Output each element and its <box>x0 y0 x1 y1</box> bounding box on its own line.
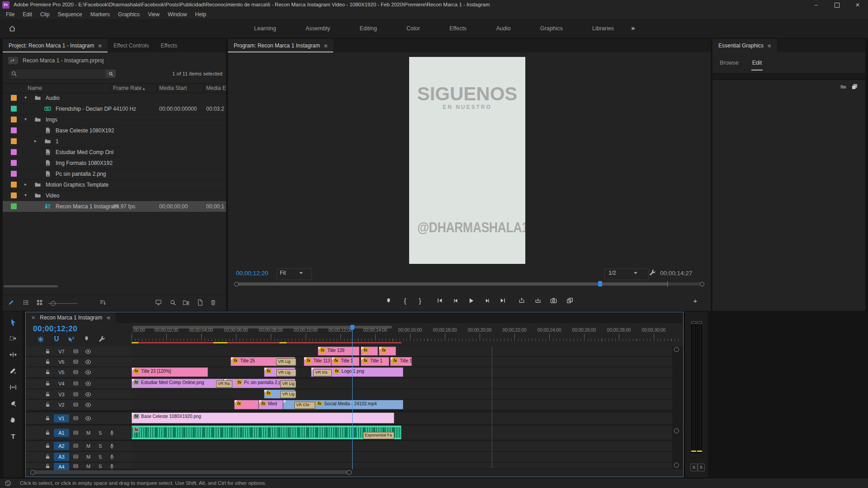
zoom-slider-knob[interactable] <box>51 301 56 306</box>
video-scroll-anchor[interactable] <box>674 347 679 352</box>
track-visibility-button[interactable] <box>85 391 91 399</box>
transition-badge[interactable]: VR Iris <box>313 369 332 376</box>
track-sync-button[interactable] <box>73 402 79 409</box>
solo-button[interactable]: S <box>99 443 102 449</box>
media-row-bin[interactable]: ▸Motion Graphics Template <box>3 179 226 191</box>
media-row-item[interactable]: Recon Marca 1 Instagram29,97 fps00;00;00… <box>3 201 226 212</box>
nest-toggle-button[interactable] <box>37 336 44 344</box>
menu-item-view[interactable]: View <box>144 11 164 18</box>
search-input[interactable] <box>8 69 113 80</box>
menu-item-file[interactable]: File <box>2 11 19 18</box>
track-lock-button[interactable] <box>45 369 51 376</box>
timeline-timecode[interactable]: 00;00;12;20 <box>33 324 77 333</box>
twirl-open-icon[interactable]: ▾ <box>24 95 27 100</box>
menu-item-window[interactable]: Window <box>164 11 191 18</box>
clip-title-1[interactable]: fxTitle 1 <box>361 357 389 366</box>
transition-badge[interactable]: VR Chr <box>294 402 315 409</box>
track-lock-button[interactable] <box>45 415 51 422</box>
solo-right-button[interactable]: S <box>698 464 705 471</box>
media-row-bin[interactable]: ▾Imgs <box>3 114 226 126</box>
minimize-button[interactable]: – <box>806 0 826 10</box>
settings-button[interactable] <box>649 269 656 278</box>
track-label-v3[interactable]: V3 <box>54 390 69 399</box>
bottom-scroll-anchor[interactable] <box>674 463 679 468</box>
clip-base-celeste-488x868-png[interactable]: fxBase Celeste 1080X1920.png <box>132 413 394 423</box>
menu-item-graphics[interactable]: Graphics <box>114 11 144 18</box>
zoom-level-select[interactable]: Fit <box>277 268 312 280</box>
media-row-item[interactable]: Img Formato 1080X192 <box>3 158 226 169</box>
transition-badge[interactable]: VR Lig <box>280 391 296 398</box>
eg-folder-button[interactable] <box>840 83 847 91</box>
media-row-item[interactable]: Friendship - Declan DP44100 Hz00:00:00:0… <box>3 103 226 115</box>
project-horizontal-scrollbar[interactable] <box>3 285 226 288</box>
mark-out-button[interactable]: } <box>415 296 425 305</box>
home-button[interactable] <box>6 23 18 34</box>
timeline-tab[interactable]: ✕ Recon Marca 1 Instagram ≡ <box>26 312 116 323</box>
column-header-row[interactable]: NameFrame Rate ▴Media StartMedia E <box>3 83 226 93</box>
playhead-line[interactable] <box>352 330 353 469</box>
workspace-tab-graphics[interactable]: Graphics <box>539 23 564 33</box>
lift-button[interactable] <box>517 296 527 305</box>
clear-button[interactable] <box>210 299 217 307</box>
track-lock-button[interactable] <box>45 463 51 470</box>
playhead-handle[interactable] <box>350 325 354 330</box>
track-header-v4[interactable]: V4 <box>26 379 132 389</box>
solo-button[interactable]: S <box>99 454 102 460</box>
label-color-swatch[interactable] <box>11 149 17 155</box>
track-label-v7[interactable]: V7 <box>54 347 69 356</box>
close-icon[interactable]: ✕ <box>31 315 35 321</box>
menu-item-markers[interactable]: Markers <box>86 11 114 18</box>
project-panel-tab-1[interactable]: Effect Controls <box>108 39 155 52</box>
go-to-out-button[interactable] <box>498 296 508 305</box>
track-lane-v7[interactable]: fxTitle 139fxfx <box>132 347 672 356</box>
workspace-tab-color[interactable]: Color <box>406 23 421 33</box>
ripple-edit-tool[interactable] <box>7 349 19 361</box>
timeline-ruler[interactable]: ;00;0000;00;02;0000;00;04;0000;00;06;000… <box>132 328 679 334</box>
track-sync-button[interactable] <box>73 348 79 356</box>
column-header-media-e[interactable]: Media E <box>206 85 226 91</box>
track-sync-button[interactable] <box>73 415 79 422</box>
twirl-closed-icon[interactable]: ▸ <box>24 182 27 187</box>
track-sync-button[interactable] <box>73 369 79 376</box>
track-lane-a2[interactable] <box>132 441 672 451</box>
panel-menu-icon[interactable]: ≡ <box>107 314 110 321</box>
workspace-tab-learning[interactable]: Learning <box>253 23 277 33</box>
comparison-view-button[interactable] <box>565 296 575 305</box>
scrubber-playhead[interactable] <box>598 281 602 286</box>
panel-menu-icon[interactable]: ≡ <box>768 42 771 49</box>
track-header-v1[interactable]: V1 <box>26 413 132 424</box>
track-lane-v6[interactable]: fxTitle 25fxTitle 113 [fxTitle 1fxTitle … <box>132 357 672 366</box>
clip-v7[interactable]: fx <box>379 347 396 356</box>
audio-scroll-anchor[interactable] <box>674 428 679 433</box>
label-color-swatch[interactable] <box>11 138 17 144</box>
column-header-media-start[interactable]: Media Start <box>159 85 187 91</box>
clip-v7[interactable]: fx <box>361 347 378 356</box>
razor-tool[interactable] <box>7 365 19 377</box>
twirl-closed-icon[interactable]: ▸ <box>34 138 37 143</box>
workspace-tab-effects[interactable]: Effects <box>448 23 467 33</box>
label-color-swatch[interactable] <box>11 203 17 209</box>
label-color-swatch[interactable] <box>11 95 17 101</box>
type-tool[interactable]: T <box>7 430 19 442</box>
solo-button[interactable]: S <box>99 430 102 436</box>
twirl-open-icon[interactable]: ▾ <box>24 192 27 197</box>
twirl-open-icon[interactable]: ▾ <box>24 117 27 122</box>
track-label-v6[interactable]: V6 <box>54 358 69 366</box>
transition-badge[interactable]: VR Lig <box>276 358 296 366</box>
track-header-v6[interactable]: V6 <box>26 357 132 366</box>
workspace-tab-libraries[interactable]: Libraries <box>591 23 615 33</box>
track-sync-button[interactable] <box>73 454 79 461</box>
close-button[interactable]: ✕ <box>847 0 868 10</box>
track-header-v2[interactable]: V2 <box>26 400 132 410</box>
export-frame-button[interactable] <box>548 296 558 305</box>
program-tab[interactable]: Program: Recon Marca 1 Instagram ≡ <box>228 39 333 52</box>
voiceover-record-button[interactable] <box>109 454 115 461</box>
track-lane-v3[interactable]: fxVR Lig <box>132 389 672 399</box>
transition-badge[interactable]: VR Lig <box>276 369 296 376</box>
clip-title-139[interactable]: fxTitle 139 <box>318 347 359 356</box>
clip-a1[interactable]: fx <box>132 426 401 439</box>
track-label-a2[interactable]: A2 <box>54 442 69 450</box>
menu-item-sequence[interactable]: Sequence <box>54 11 86 18</box>
list-view-button[interactable] <box>23 299 29 307</box>
track-header-a4[interactable]: A4MS <box>26 463 132 469</box>
